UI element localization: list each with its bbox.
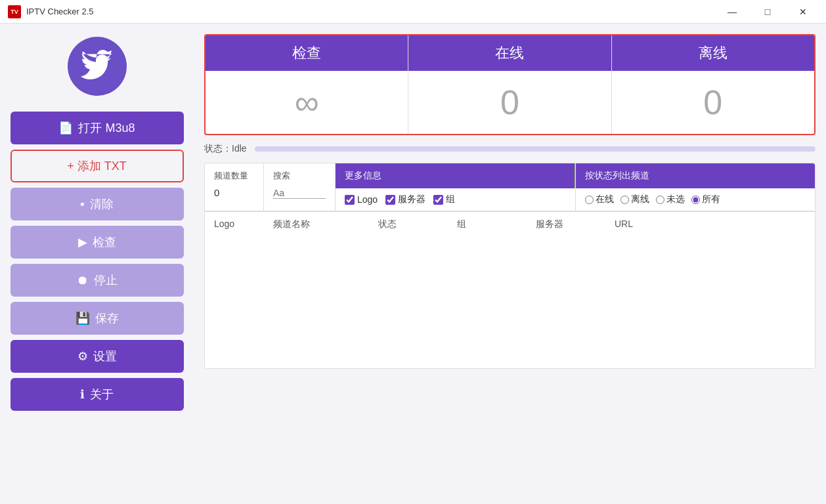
more-info-header: 更多信息 [336, 163, 575, 188]
content-area: 检查 ∞ 在线 0 离线 0 状态：Idle [194, 24, 826, 504]
status-text: 状态：Idle [204, 143, 247, 155]
stop-icon: ⏺ [77, 274, 89, 287]
logo-checkbox-item[interactable]: Logo [345, 194, 378, 205]
all-radio[interactable] [691, 196, 700, 204]
maximize-button[interactable]: □ [752, 0, 783, 24]
offline-stat-value: 0 [612, 71, 814, 134]
group-checkbox-label: 组 [446, 194, 455, 205]
main-container: 📄 打开 M3u8 + 添加 TXT ▪ 清除 ▶ 检查 ⏺ 停止 💾 保存 ⚙… [0, 24, 826, 504]
online-stat-value: 0 [408, 71, 611, 134]
online-stat-header: 在线 [408, 35, 611, 71]
server-checkbox-item[interactable]: 服务器 [385, 194, 425, 205]
twitter-logo [68, 37, 127, 96]
settings-button[interactable]: ⚙ 设置 [11, 340, 184, 373]
col-url-header: URL [615, 219, 806, 230]
clear-icon: ▪ [80, 198, 84, 211]
col-server-header: 服务器 [536, 219, 588, 230]
stats-panel: 检查 ∞ 在线 0 离线 0 [204, 34, 815, 135]
online-radio-item[interactable]: 在线 [585, 194, 614, 205]
offline-stat-header: 离线 [612, 35, 814, 71]
logo-checkbox-label: Logo [357, 194, 378, 205]
check-button[interactable]: ▶ 检查 [11, 226, 184, 259]
col-group-header: 组 [457, 219, 510, 230]
minimize-button[interactable]: — [717, 0, 747, 24]
search-label: 搜索 [273, 170, 326, 182]
clear-button[interactable]: ▪ 清除 [11, 188, 184, 220]
control-panel: 频道数量 0 搜索 更多信息 Logo [204, 163, 815, 369]
col-status-header: 状态 [378, 219, 431, 230]
app-icon: TV [8, 5, 21, 18]
play-icon: ▶ [78, 235, 87, 249]
status-filter-body: 在线 离线 未选 所有 [576, 188, 815, 211]
search-input[interactable] [273, 188, 326, 199]
stop-button[interactable]: ⏺ 停止 [11, 264, 184, 297]
check-stat-value: ∞ [206, 71, 408, 134]
col-name-header: 频道名称 [273, 219, 352, 230]
app-title: IPTV Checker 2.5 [26, 7, 717, 16]
group-checkbox[interactable] [433, 195, 443, 205]
status-bar: 状态：Idle [204, 143, 815, 155]
file-icon: 📄 [58, 121, 73, 135]
progress-bar [255, 146, 815, 152]
offline-radio-label: 离线 [631, 194, 649, 205]
server-checkbox[interactable] [385, 195, 395, 205]
channel-count-value: 0 [214, 187, 254, 198]
window-controls: — □ ✕ [717, 0, 818, 24]
online-stat: 在线 0 [408, 35, 611, 134]
more-info-body: Logo 服务器 组 [336, 188, 575, 211]
about-button[interactable]: ℹ 关于 [11, 378, 184, 411]
channel-count-label: 频道数量 [214, 170, 254, 182]
all-radio-label: 所有 [702, 194, 720, 205]
unselected-radio-label: 未选 [666, 194, 685, 205]
all-radio-item[interactable]: 所有 [691, 194, 720, 205]
search-section: 搜索 [264, 163, 336, 211]
save-button[interactable]: 💾 保存 [11, 302, 184, 335]
col-logo-header: Logo [214, 219, 247, 230]
offline-radio[interactable] [620, 196, 629, 204]
table-header: Logo 频道名称 状态 组 服务器 URL [205, 211, 815, 237]
status-filter-header: 按状态列出频道 [576, 163, 815, 188]
control-top: 频道数量 0 搜索 更多信息 Logo [205, 163, 815, 211]
save-icon: 💾 [76, 311, 90, 326]
offline-stat: 离线 0 [612, 35, 814, 134]
gear-icon: ⚙ [77, 349, 88, 364]
channel-count-section: 频道数量 0 [205, 163, 264, 211]
offline-radio-item[interactable]: 离线 [620, 194, 649, 205]
close-button[interactable]: ✕ [788, 0, 818, 24]
info-icon: ℹ [80, 387, 85, 402]
check-stat-header: 检查 [206, 35, 408, 71]
open-m3u8-button[interactable]: 📄 打开 M3u8 [11, 112, 184, 144]
table-body [205, 237, 815, 368]
status-filter-section: 按状态列出频道 在线 离线 未选 [576, 163, 815, 211]
add-txt-button[interactable]: + 添加 TXT [11, 150, 184, 182]
group-checkbox-item[interactable]: 组 [433, 194, 455, 205]
logo-checkbox[interactable] [345, 195, 355, 205]
more-info-section: 更多信息 Logo 服务器 组 [336, 163, 576, 211]
unselected-radio[interactable] [656, 196, 664, 204]
check-stat: 检查 ∞ [206, 35, 408, 134]
online-radio[interactable] [585, 196, 594, 204]
titlebar: TV IPTV Checker 2.5 — □ ✕ [0, 0, 826, 24]
unselected-radio-item[interactable]: 未选 [656, 194, 685, 205]
sidebar: 📄 打开 M3u8 + 添加 TXT ▪ 清除 ▶ 检查 ⏺ 停止 💾 保存 ⚙… [0, 24, 194, 504]
server-checkbox-label: 服务器 [398, 194, 425, 205]
online-radio-label: 在线 [596, 194, 614, 205]
